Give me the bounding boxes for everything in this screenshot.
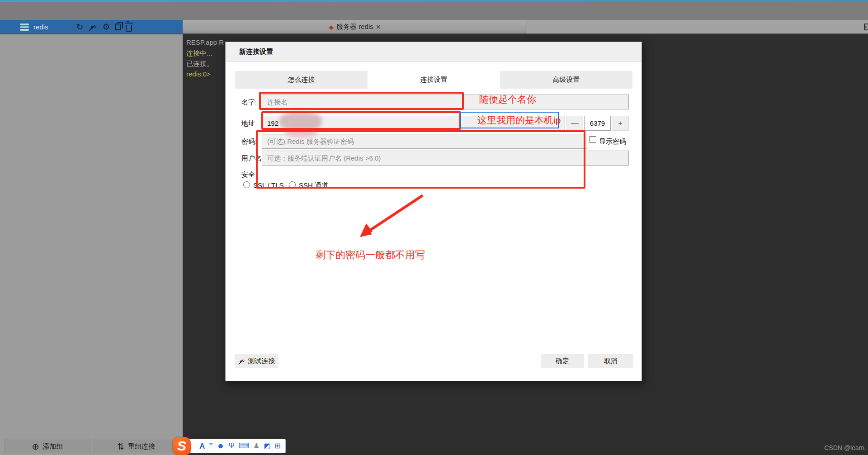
connection-name: redis: [33, 23, 48, 31]
sogou-ime-logo[interactable]: S: [173, 437, 191, 455]
connections-sidebar: [0, 34, 183, 455]
name-label: 名字:: [241, 98, 257, 107]
test-connection-label: 测试连接: [248, 357, 275, 365]
annotation-address-note: 这里我用的是本机ip: [477, 114, 561, 127]
delete-connection-icon[interactable]: [126, 25, 132, 32]
tab-console-redis[interactable]: >_ redis ×: [527, 20, 868, 34]
connection-settings-gear-icon[interactable]: ⚙: [102, 23, 110, 31]
reorder-label: 重组连接: [128, 442, 155, 451]
annotation-name-note: 随便起个名你: [479, 93, 536, 106]
port-input[interactable]: 6379: [584, 116, 611, 131]
test-plug-icon: [238, 358, 245, 365]
english-mode-icon[interactable]: A: [199, 442, 205, 450]
add-group-button[interactable]: ⊕ 添加组: [5, 440, 90, 453]
sogou-ime-toolbar[interactable]: A ’’ ☻ Ψ ⌨ ♟ ◩ ⊞: [179, 439, 286, 453]
security-label: 安全: [241, 171, 255, 179]
voice-input-icon[interactable]: Ψ: [228, 442, 234, 450]
console-connecting-line: 连接中...: [186, 49, 212, 58]
tab-bar-underline: [0, 33, 868, 34]
console-prompt[interactable]: redis:0>: [186, 70, 211, 78]
server-diamond-icon: ◆: [329, 24, 334, 31]
server-tab-close-icon[interactable]: ×: [376, 23, 381, 32]
test-connection-button[interactable]: 测试连接: [235, 354, 278, 368]
window-accent-strip: [0, 0, 868, 2]
duplicate-connection-icon[interactable]: [115, 24, 121, 30]
refresh-icon[interactable]: ↻: [76, 23, 84, 31]
reorder-connections-button[interactable]: ⇅ 重组连接: [93, 440, 179, 453]
top-toolbar: [0, 0, 868, 20]
show-password-checkbox[interactable]: [590, 136, 596, 143]
show-password-label: 显示密码: [599, 137, 626, 146]
terminal-icon: >_: [864, 24, 868, 30]
dialog-title: 新连接设置: [226, 42, 642, 62]
port-decrement-button[interactable]: —: [566, 116, 583, 131]
emoji-icon[interactable]: ☻: [217, 442, 225, 450]
dialog-tab-connection-settings[interactable]: 连接设置: [368, 71, 500, 89]
toolbox-icon[interactable]: ⊞: [274, 442, 280, 450]
punctuation-icon[interactable]: ’’: [209, 442, 212, 450]
account-icon[interactable]: ♟: [253, 442, 259, 450]
annotation-box-name: [259, 92, 464, 110]
port-increment-button[interactable]: +: [612, 116, 629, 131]
dialog-tab-advanced-settings[interactable]: 高级设置: [500, 71, 632, 89]
sidebar-connection-row[interactable]: redis ↻ ⚙: [0, 20, 183, 34]
cancel-button[interactable]: 取消: [588, 354, 633, 368]
server-tab-label: 服务器 redis: [336, 23, 373, 31]
redis-layers-icon: [20, 23, 29, 32]
console-banner: RESP.app R: [186, 38, 224, 46]
editor-tab-bar: ◆ 服务器 redis × >_ redis ×: [183, 20, 868, 34]
sort-arrows-icon: ⇅: [117, 442, 124, 451]
csdn-watermark: CSDN @learn.: [800, 444, 866, 451]
password-label: 密码:: [241, 137, 257, 146]
ok-button[interactable]: 确定: [541, 354, 584, 368]
add-group-label: 添加组: [42, 442, 63, 451]
dialog-tab-how-to-connect[interactable]: 怎么连接: [235, 71, 368, 89]
annotation-password-note: 剩下的密码一般都不用写: [316, 248, 425, 262]
console-connected-line: 已连接。: [186, 60, 213, 68]
annotation-arrow: [353, 190, 429, 242]
add-group-plus-icon: ⊕: [32, 442, 39, 451]
plug-icon[interactable]: [88, 23, 97, 32]
address-label: 地址: [241, 119, 255, 128]
annotation-box-address: [261, 111, 461, 130]
annotation-box-password-area: [256, 130, 585, 189]
soft-keyboard-icon[interactable]: ⌨: [239, 442, 249, 450]
ssl-tls-radio[interactable]: [243, 181, 250, 188]
tab-server-redis[interactable]: ◆ 服务器 redis ×: [183, 20, 527, 34]
skin-icon[interactable]: ◩: [264, 442, 270, 450]
